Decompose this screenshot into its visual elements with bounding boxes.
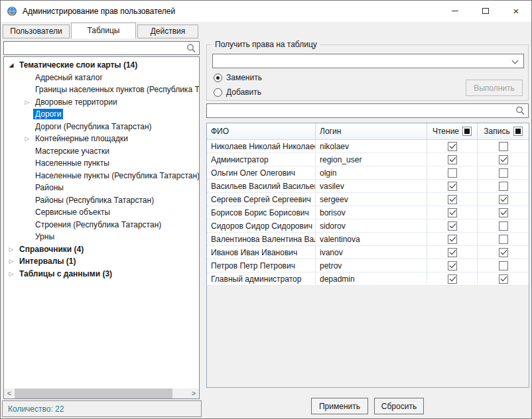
table-row[interactable]: Сидоров Сидор Сидоровичsidorov [207, 219, 529, 233]
table-row[interactable]: Валентинова Валентина Валеvalentinova [207, 233, 529, 246]
login-cell: petrov [316, 259, 427, 272]
table-row[interactable]: Сергеев Сергей Сергеевичsergeev [207, 193, 529, 206]
read-cell [427, 180, 478, 192]
read-cell [427, 140, 478, 152]
fio-cell: Петров Петр Петрович [207, 259, 316, 272]
read-cell [427, 153, 478, 166]
read-cell [427, 259, 478, 272]
write-checkbox[interactable] [499, 221, 508, 231]
write-checkbox[interactable] [499, 235, 508, 244]
tree-item[interactable]: ▷Контейнерные площадки [4, 133, 199, 145]
tree-item[interactable]: Мастерские участки [4, 145, 199, 158]
write-checkbox[interactable] [499, 155, 508, 164]
tree-item[interactable]: Населенные пункты (Республика Татарстан) [4, 170, 199, 182]
table-row[interactable]: Администраторregion_user [207, 153, 529, 166]
tree-item[interactable]: Районы [4, 182, 199, 194]
read-checkbox[interactable] [448, 208, 457, 217]
tree-item[interactable]: Районы (Республика Татарстан) [4, 194, 199, 207]
triangle-collapsed-icon[interactable]: ▷ [5, 246, 17, 253]
triangle-collapsed-icon[interactable]: ▷ [5, 258, 17, 265]
write-checkbox[interactable] [499, 168, 508, 178]
table-row[interactable]: Главный администраторdepadmin [207, 272, 529, 286]
tree-item[interactable]: ▷Интервалы (1) [4, 255, 199, 268]
triangle-collapsed-icon[interactable]: ▷ [5, 270, 17, 277]
add-radio-label: Добавить [226, 88, 261, 97]
tab-actions[interactable]: Действия [137, 25, 198, 38]
write-cell [478, 166, 529, 179]
table-row[interactable]: Петров Петр Петровичpetrov [207, 259, 529, 272]
read-checkbox[interactable] [448, 235, 457, 244]
fio-cell: Ольгин Олег Олегович [207, 166, 316, 179]
read-checkbox[interactable] [448, 261, 457, 270]
user-search-input[interactable] [209, 104, 514, 117]
read-checkbox[interactable] [448, 221, 457, 231]
close-button[interactable]: × [501, 1, 531, 21]
replace-radio[interactable]: Заменить [214, 73, 262, 82]
write-checkbox[interactable] [499, 208, 508, 217]
write-cell [478, 272, 529, 285]
tree-item[interactable]: Строения (Республика Татарстан) [4, 219, 199, 231]
table-combobox[interactable] [212, 54, 524, 68]
read-checkbox[interactable] [448, 274, 457, 284]
write-checkbox[interactable] [499, 274, 508, 284]
write-checkbox[interactable] [499, 182, 508, 191]
tree-search-box [3, 41, 200, 55]
radio-selected-icon [214, 74, 222, 82]
tree-item[interactable]: Населенные пункты [4, 157, 199, 170]
count-label: Количество: 22 [8, 404, 64, 414]
tree-item[interactable]: Урны [4, 231, 199, 243]
table-row[interactable]: Николаев Николай Николаееnikolaev [207, 140, 529, 153]
tree-item[interactable]: ▷Дворовые территории [4, 96, 199, 109]
table-row[interactable]: Васильев Василий Васильевиvasilev [207, 180, 529, 193]
triangle-collapsed-icon[interactable]: ▷ [21, 99, 33, 105]
read-checkbox[interactable] [448, 182, 457, 191]
header-fio: ФИО [207, 123, 316, 139]
read-checkbox[interactable] [448, 155, 457, 164]
tree-item[interactable]: Границы населенных пунктов (Республика Т… [4, 84, 199, 96]
tree-item[interactable]: ▷Таблицы с данными (3) [4, 268, 199, 280]
status-bar: Количество: 22 [2, 400, 202, 417]
apply-button[interactable]: Применить [311, 398, 368, 414]
header-read-label: Чтение [432, 127, 459, 136]
execute-button[interactable]: Выполнить [466, 80, 523, 96]
read-select-all-checkbox[interactable] [462, 127, 472, 136]
write-checkbox[interactable] [499, 248, 508, 257]
scroll-right-icon[interactable]: > [188, 389, 199, 398]
triangle-collapsed-icon[interactable]: ▷ [21, 135, 33, 142]
search-icon [515, 106, 525, 116]
triangle-expanded-icon[interactable]: ◢ [5, 62, 17, 68]
tree-horizontal-scrollbar[interactable]: < > [4, 389, 199, 398]
write-checkbox[interactable] [499, 261, 508, 270]
table-row[interactable]: Борисов Борис Борисовичborisov [207, 206, 529, 219]
replace-radio-label: Заменить [226, 73, 262, 82]
tree-item[interactable]: ▷Справочники (4) [4, 243, 199, 256]
reset-button[interactable]: Сбросить [374, 398, 424, 414]
write-checkbox[interactable] [499, 142, 508, 151]
tree-item[interactable]: Дороги [4, 108, 199, 121]
write-checkbox[interactable] [499, 195, 508, 204]
maximize-icon [482, 8, 489, 14]
tree-item[interactable]: ◢Тематические слои карты (14) [4, 59, 199, 72]
tree-item[interactable]: Сервисные объекты [4, 206, 199, 219]
chevron-down-icon [512, 58, 519, 64]
search-icon [186, 43, 196, 53]
scroll-left-icon[interactable]: < [4, 389, 15, 398]
read-checkbox[interactable] [448, 248, 457, 257]
tree-search-input[interactable] [6, 42, 185, 54]
maximize-button[interactable] [470, 1, 501, 21]
read-checkbox[interactable] [448, 195, 457, 204]
tree-item[interactable]: Дороги (Республика Татарстан) [4, 121, 199, 133]
read-checkbox[interactable] [448, 142, 457, 151]
write-select-all-checkbox[interactable] [513, 127, 523, 136]
minimize-button[interactable] [440, 1, 470, 21]
table-row[interactable]: Иванов Иван Ивановичivanov [207, 246, 529, 259]
scrollbar-thumb[interactable] [15, 389, 172, 398]
tab-users[interactable]: Пользователи [3, 25, 70, 38]
read-cell [427, 206, 478, 219]
tree-item[interactable]: Адресный каталог [4, 72, 199, 84]
read-checkbox[interactable] [448, 168, 457, 178]
add-radio[interactable]: Добавить [214, 88, 261, 97]
tab-tables[interactable]: Таблицы [71, 23, 136, 38]
tree-item-label: Контейнерные площадки [33, 133, 130, 144]
table-row[interactable]: Ольгин Олег Олеговичolgin [207, 166, 529, 180]
